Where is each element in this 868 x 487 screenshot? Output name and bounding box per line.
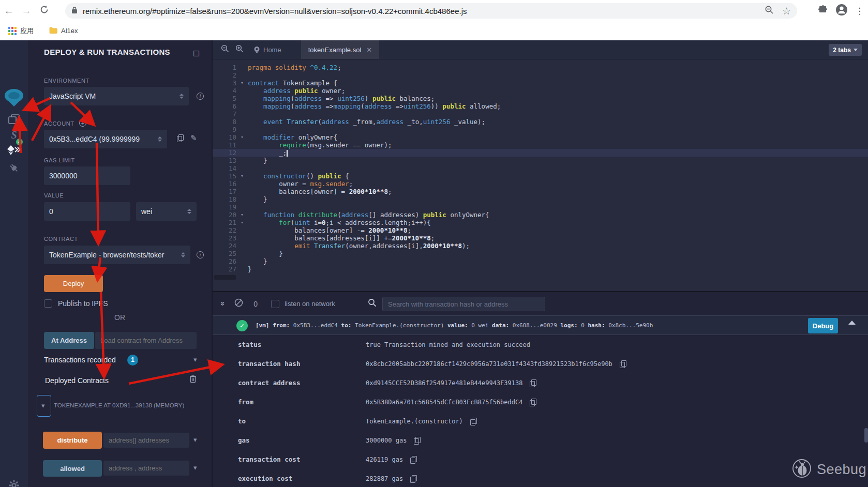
code-line[interactable]: 15▾ constructor() public {	[213, 172, 868, 180]
allowed-args-input[interactable]	[103, 461, 189, 476]
extensions-icon[interactable]	[818, 5, 828, 17]
collapse-tx-icon[interactable]	[848, 321, 856, 325]
tx-success-icon: ✓	[236, 320, 248, 331]
account-select[interactable]: 0x5B3...eddC4 (99.9999999	[44, 130, 167, 148]
code-line[interactable]: 7	[213, 110, 868, 118]
bookmark-apps[interactable]: 应用	[8, 26, 34, 36]
seebug-label: Seebug	[817, 462, 866, 478]
code-line[interactable]: 23 balances[addresses[i]] +=2000*10**8;	[213, 234, 868, 242]
copy-icon[interactable]	[530, 379, 536, 387]
value-unit-select[interactable]: wei	[136, 202, 197, 221]
transactions-chevron-icon[interactable]: ▾	[193, 356, 197, 363]
terminal-scrollbar[interactable]	[864, 428, 868, 443]
code-line[interactable]: 3▾contract TokenExample {	[213, 79, 868, 87]
reload-icon[interactable]	[35, 5, 53, 17]
terminal-expand-icon[interactable]: »	[219, 301, 228, 306]
clear-console-icon[interactable]	[234, 298, 243, 309]
bookmark-star-icon[interactable]: ☆	[782, 5, 791, 17]
deploy-button[interactable]: Deploy	[44, 275, 103, 292]
code-line[interactable]: 16 owner = msg.sender;	[213, 180, 868, 188]
code-line[interactable]: 1pragma solidity ^0.4.22;	[213, 64, 868, 71]
copy-icon[interactable]	[414, 437, 420, 444]
url-text[interactable]: remix.ethereum.org/#optimize=false&runs=…	[83, 7, 760, 16]
allowed-button[interactable]: allowed	[43, 460, 102, 477]
code-line[interactable]: 10▾ modifier onlyOwner{	[213, 133, 868, 141]
solidity-compiler-icon[interactable]: S	[0, 129, 28, 141]
allowed-expand-icon[interactable]: ▾	[193, 464, 197, 471]
back-icon[interactable]: ←	[0, 5, 18, 17]
code-line[interactable]: 8 event Transfer(address _from,address _…	[213, 118, 868, 126]
add-account-icon[interactable]: +	[79, 119, 86, 127]
code-line[interactable]: 17 balances[owner] = 2000*10**8;	[213, 188, 868, 195]
deployed-contract-chevron-icon[interactable]: ▾	[41, 402, 45, 409]
browser-menu-icon[interactable]: ⋮	[855, 6, 864, 17]
code-line[interactable]: 26 }	[213, 257, 868, 265]
contract-info-icon[interactable]: i	[197, 251, 204, 258]
editor-zoom-out-icon[interactable]	[221, 44, 229, 55]
code-line[interactable]: 13 }	[213, 157, 868, 164]
zoom-out-icon[interactable]	[765, 5, 774, 17]
code-line[interactable]: 4 address public owner;	[213, 87, 868, 95]
close-tab-icon[interactable]: ✕	[366, 46, 372, 54]
value-input[interactable]	[44, 202, 130, 221]
distribute-button[interactable]: distribute	[43, 432, 102, 449]
deployed-contract-title[interactable]: TOKENEXAMPLE AT 0XD91...39138 (MEMORY)	[54, 402, 202, 408]
terminal-search-icon	[368, 298, 377, 309]
code-line[interactable]: 12 _;	[213, 149, 868, 157]
terminal-search-input[interactable]	[382, 297, 545, 311]
gas-limit-input[interactable]	[44, 166, 130, 185]
editor-hscrollbar[interactable]	[214, 275, 236, 280]
code-line[interactable]: 22 balances[owner] -= 2000*10**8;	[213, 226, 868, 234]
code-line[interactable]: 14	[213, 164, 868, 172]
code-line[interactable]: 18 }	[213, 195, 868, 203]
code-line[interactable]: 11 require(msg.sender == owner);	[213, 141, 868, 149]
code-line[interactable]: 27}	[213, 265, 868, 273]
profile-avatar[interactable]	[835, 4, 848, 18]
tx-summary-text: [vm] from: 0x5B3...eddC4 to: TokenExampl…	[256, 322, 653, 329]
code-line[interactable]: 25 }	[213, 250, 868, 257]
code-editor[interactable]: 1pragma solidity ^0.4.22;23▾contract Tok…	[213, 59, 868, 291]
at-address-input[interactable]	[95, 332, 197, 349]
copy-icon[interactable]	[530, 399, 536, 406]
code-line[interactable]: 24 emit Transfer(owner,addresses[i],2000…	[213, 242, 868, 250]
settings-gear-icon[interactable]	[0, 480, 28, 487]
environment-info-icon[interactable]: i	[197, 93, 204, 100]
distribute-expand-icon[interactable]: ▾	[193, 436, 197, 444]
copy-icon[interactable]	[410, 456, 416, 463]
deploy-run-icon[interactable]	[0, 145, 28, 158]
copy-icon[interactable]	[470, 418, 476, 425]
edit-account-icon[interactable]: ✎	[190, 133, 197, 143]
tabs-count-button[interactable]: 2 tabs	[829, 44, 862, 56]
code-line[interactable]: 5 mapping(address => uint256) public bal…	[213, 95, 868, 102]
publish-ipfs-checkbox[interactable]	[44, 299, 52, 308]
editor-zoom-in-icon[interactable]	[235, 44, 244, 55]
copy-account-icon[interactable]	[177, 134, 183, 142]
at-address-button[interactable]: At Address	[44, 332, 94, 349]
documentation-icon[interactable]: ▤	[193, 49, 200, 57]
code-line[interactable]: 19	[213, 203, 868, 211]
detail-label: gas	[213, 436, 366, 444]
bookmark-folder[interactable]: Al1ex	[49, 27, 78, 35]
copy-icon[interactable]	[620, 360, 626, 368]
tx-summary-row[interactable]: ✓ [vm] from: 0x5B3...eddC4 to: TokenExam…	[213, 315, 868, 335]
tab-home[interactable]: Home	[248, 40, 287, 59]
code-line[interactable]: 2	[213, 71, 868, 79]
copy-icon[interactable]	[410, 475, 416, 482]
tab-token-example[interactable]: tokenExample.sol ✕	[301, 40, 380, 59]
forward-icon[interactable]: →	[18, 5, 35, 17]
contract-select[interactable]: TokenExample - browser/tests/toker	[44, 246, 190, 264]
distribute-args-input[interactable]	[103, 433, 189, 448]
trash-icon[interactable]	[189, 375, 197, 385]
detail-label: contract address	[213, 379, 366, 387]
address-bar[interactable]: remix.ethereum.org/#optimize=false&runs=…	[65, 3, 797, 19]
code-line[interactable]: 20▾ function distribute(address[] addres…	[213, 211, 868, 219]
remix-logo-icon[interactable]	[0, 88, 28, 110]
plugin-manager-icon[interactable]	[0, 162, 28, 176]
code-line[interactable]: 21▾ for(uint i=0;i < addresses.length;i+…	[213, 219, 868, 226]
code-line[interactable]: 6 mapping(address =>mapping(address =>ui…	[213, 102, 868, 110]
code-line[interactable]: 9	[213, 126, 868, 133]
listen-network-checkbox[interactable]	[271, 300, 279, 308]
environment-select[interactable]: JavaScript VM	[44, 87, 189, 105]
debug-button[interactable]: Debug	[808, 318, 838, 333]
file-explorer-icon[interactable]	[0, 114, 28, 127]
